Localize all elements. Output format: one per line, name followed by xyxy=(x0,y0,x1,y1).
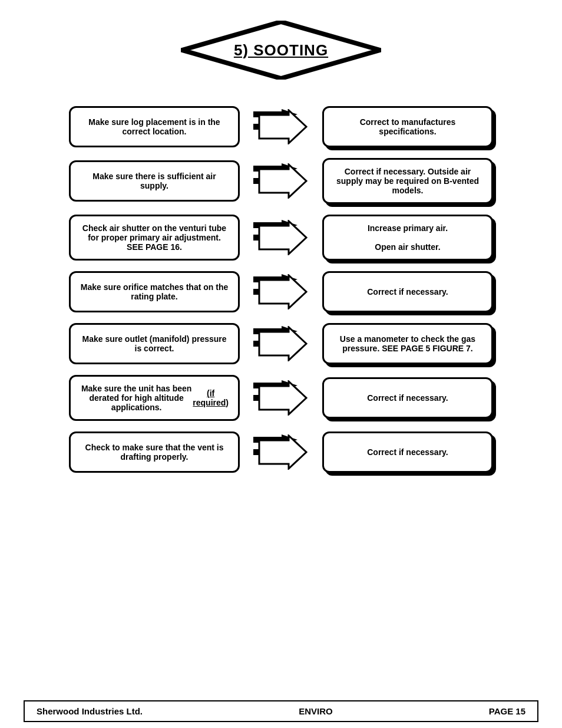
flow-row-4: Make sure orifice matches that on the ra… xyxy=(24,271,538,312)
left-box-7: Check to make sure that the vent is draf… xyxy=(69,431,240,473)
left-box-1: Make sure log placement is in the correc… xyxy=(69,106,240,147)
flow-section: Make sure log placement is in the correc… xyxy=(24,106,538,473)
arrow-3 xyxy=(252,220,310,255)
footer-company: Sherwood Industries Ltd. xyxy=(37,706,143,716)
right-box-6: Correct if necessary. xyxy=(322,377,493,419)
flow-row-7: Check to make sure that the vent is draf… xyxy=(24,431,538,473)
svg-marker-16 xyxy=(259,221,306,254)
svg-marker-6 xyxy=(259,110,306,143)
left-box-2: Make sure there is sufficient air supply… xyxy=(69,160,240,202)
flow-row-2: Make sure there is sufficient air supply… xyxy=(24,158,538,204)
flow-row-1: Make sure log placement is in the correc… xyxy=(24,106,538,147)
flow-row-3: Check air shutter on the venturi tube fo… xyxy=(24,215,538,261)
page-footer: Sherwood Industries Ltd. ENVIRO PAGE 15 xyxy=(24,700,538,722)
flow-row-5: Make sure outlet (manifold) pressure is … xyxy=(24,323,538,364)
svg-marker-11 xyxy=(259,164,306,197)
right-box-2: Correct if necessary. Outside air supply… xyxy=(322,158,493,204)
right-box-4: Correct if necessary. xyxy=(322,271,493,312)
arrow-6 xyxy=(252,380,310,416)
svg-marker-26 xyxy=(259,327,306,360)
left-box-4: Make sure orifice matches that on the ra… xyxy=(69,271,240,312)
right-box-5: Use a manometer to check the gas pressur… xyxy=(322,323,493,364)
right-box-7: Correct if necessary. xyxy=(322,431,493,473)
flow-row-6: Make sure the unit has been derated for … xyxy=(24,375,538,421)
arrow-7 xyxy=(252,434,310,470)
footer-page: PAGE 15 xyxy=(489,706,525,716)
title-diamond: 5) SOOTING xyxy=(151,12,411,88)
arrow-2 xyxy=(252,163,310,199)
arrow-1 xyxy=(252,109,310,144)
page-container: 5) SOOTING Make sure log placement is in… xyxy=(0,0,562,728)
arrow-5 xyxy=(252,326,310,361)
right-box-3: Increase primary air.Open air shutter. xyxy=(322,215,493,261)
right-box-1: Correct to manufactures specifications. xyxy=(322,106,493,147)
svg-marker-21 xyxy=(259,275,306,308)
page-title: 5) SOOTING xyxy=(234,41,328,60)
svg-marker-36 xyxy=(259,436,306,469)
left-box-3: Check air shutter on the venturi tube fo… xyxy=(69,215,240,261)
left-box-5: Make sure outlet (manifold) pressure is … xyxy=(69,323,240,364)
arrow-4 xyxy=(252,274,310,309)
footer-product: ENVIRO xyxy=(299,706,333,716)
left-box-6: Make sure the unit has been derated for … xyxy=(69,375,240,421)
svg-marker-31 xyxy=(259,381,306,414)
